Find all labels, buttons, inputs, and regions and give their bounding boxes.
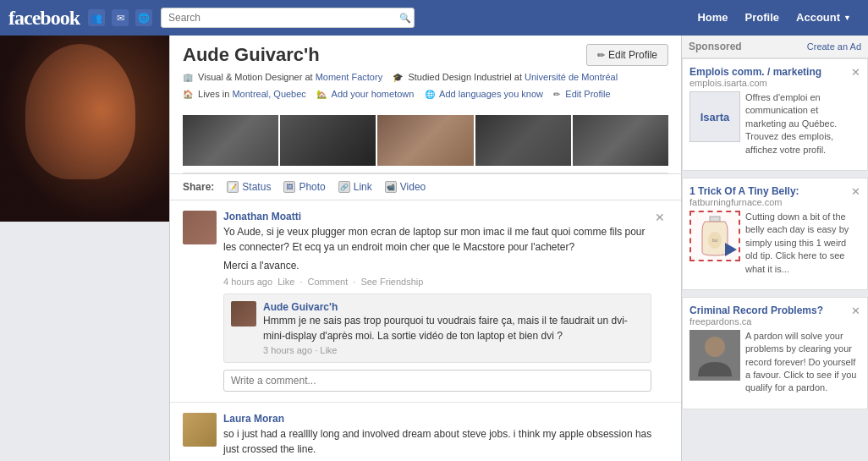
photo-thumb-5[interactable] [573, 115, 668, 166]
post-item: Jonathan Moatti Yo Aude, si je veux plug… [170, 200, 681, 403]
video-share-button[interactable]: 📹 Video [385, 181, 426, 193]
company-link[interactable]: Moment Factory [316, 72, 382, 82]
ad-isarta: ✕ Emplois comm. / marketing emplois.isar… [689, 66, 860, 163]
close-post-button[interactable]: ✕ [651, 211, 668, 224]
post-text-2: so i just had a realllly long and involv… [223, 426, 668, 457]
video-icon: 📹 [385, 181, 397, 193]
post-content: Jonathan Moatti Yo Aude, si je veux plug… [223, 211, 668, 392]
edit-profile-link[interactable]: Edit Profile [565, 89, 610, 99]
like-link[interactable]: Like [277, 277, 294, 287]
university-link[interactable]: Université de Montréal [525, 72, 618, 82]
globe-icon[interactable]: 🌐 [135, 9, 152, 26]
link-share-button[interactable]: 🔗 Link [338, 181, 372, 193]
ad-body-belly: fat Cutting down a bit of the belly each… [689, 211, 860, 276]
search-button[interactable]: 🔍 [399, 13, 411, 24]
info-work-text: Visual & Motion Designer at [198, 72, 313, 82]
sponsored-label: Sponsored [689, 41, 742, 52]
post-avatar[interactable] [183, 211, 217, 244]
profile-header: Aude Guivarc'h ✏ Edit Profile 🏢 Visual &… [170, 36, 681, 174]
ad-body-criminal: A pardon will solve your problems by cle… [689, 330, 860, 395]
profile-link[interactable]: Profile [737, 0, 788, 36]
ad-text-isarta: Offres d'emploi en communication et mark… [745, 91, 860, 156]
edit-profile-button[interactable]: ✏ Edit Profile [586, 44, 668, 66]
top-navigation: facebook 👥 ✉ 🌐 🔍 Home Profile Account ▼ [0, 0, 868, 36]
photo-share-button[interactable]: 🖼 Photo [283, 181, 325, 193]
reply-block: Aude Guivarc'h Hmmm je ne sais pas trop … [223, 294, 651, 363]
criminal-image [689, 330, 740, 381]
create-ad-link[interactable]: Create an Ad [807, 41, 861, 52]
status-share-button[interactable]: 📝 Status [227, 181, 271, 193]
reply-meta: 3 hours ago · Like [263, 345, 644, 355]
link-icon: 🔗 [338, 181, 350, 193]
ad-url-isarta: emplois.isarta.com [689, 78, 860, 88]
comment-link[interactable]: Comment [308, 277, 349, 287]
caret-icon: ▼ [843, 0, 851, 36]
ad-body-isarta: Isarta Offres d'emploi en communication … [689, 91, 860, 156]
post-author-2[interactable]: Laura Moran [223, 413, 284, 425]
isarta-logo-img: Isarta [689, 91, 740, 142]
add-hometown-link[interactable]: Add your hometown [332, 89, 415, 99]
post-avatar-2[interactable] [183, 413, 217, 447]
svg-rect-0 [710, 217, 720, 222]
friends-icon[interactable]: 👥 [88, 9, 105, 26]
sponsored-bar: Sponsored Create an Ad [682, 36, 868, 58]
ad-title-isarta[interactable]: Emplois comm. / marketing [689, 66, 860, 78]
reply-author[interactable]: Aude Guivarc'h [263, 301, 338, 313]
post-item-2: Laura Moran so i just had a realllly lon… [170, 403, 681, 461]
messages-icon[interactable]: ✉ [112, 9, 129, 26]
person-svg [689, 330, 740, 381]
comment-input-row [223, 370, 651, 392]
info-icon-study: 🎓 [393, 73, 403, 82]
post-subtext: Merci a l'avance. [223, 258, 651, 273]
share-label: Share: [183, 181, 214, 193]
reply-like-link[interactable]: Like [320, 345, 337, 355]
ad-url-criminal: freepardons.ca [689, 316, 860, 327]
add-languages-link[interactable]: Add languages you know [439, 89, 543, 99]
left-sidebar [0, 36, 169, 461]
photo-thumb-4[interactable] [475, 115, 571, 166]
info-icon-home: 🏠 [183, 90, 193, 99]
photo-thumb-1[interactable] [183, 115, 278, 166]
reply-content: Aude Guivarc'h Hmmm je ne sais pas trop … [263, 301, 644, 355]
ad-title-criminal[interactable]: Criminal Record Problems? [689, 305, 860, 316]
photo-thumb-3[interactable] [377, 115, 473, 166]
ad-url-belly: fatburningfurnace.com [689, 197, 860, 207]
ad-title-belly[interactable]: 1 Trick Of A Tiny Belly: [689, 185, 860, 197]
profile-picture [0, 36, 169, 222]
play-icon [725, 243, 737, 256]
photo-thumb-2[interactable] [280, 115, 376, 166]
status-icon: 📝 [227, 181, 239, 193]
ad-item-belly: ✕ 1 Trick Of A Tiny Belly: fatburningfur… [682, 178, 868, 290]
feed: Jonathan Moatti Yo Aude, si je veux plug… [170, 200, 681, 461]
svg-point-4 [705, 337, 725, 357]
ad-close-criminal[interactable]: ✕ [851, 305, 860, 317]
ad-text-belly: Cutting down a bit of the belly each day… [745, 211, 860, 276]
city-link[interactable]: Montreal, Quebec [232, 89, 305, 99]
search-input[interactable] [161, 8, 415, 28]
reply-text: Hmmm je ne sais pas trop pourquoi tu vou… [263, 313, 644, 343]
nav-icons: 👥 ✉ 🌐 [88, 9, 152, 26]
photo-icon: 🖼 [283, 181, 295, 193]
studied-text: Studied Design Industriel at [408, 72, 522, 82]
info-icon-edit: ✏ [553, 90, 560, 99]
reply-avatar [231, 301, 256, 327]
facebook-logo: facebook [8, 7, 80, 30]
svg-text:fat: fat [712, 238, 718, 243]
home-link[interactable]: Home [689, 0, 736, 36]
photo-strip [183, 108, 668, 173]
ad-close-isarta[interactable]: ✕ [851, 66, 860, 79]
ad-criminal: ✕ Criminal Record Problems? freepardons.… [689, 305, 860, 402]
ad-item-criminal: ✕ Criminal Record Problems? freepardons.… [682, 297, 868, 409]
comment-input[interactable] [223, 370, 651, 392]
ad-close-belly[interactable]: ✕ [851, 185, 860, 198]
post-content-2: Laura Moran so i just had a realllly lon… [223, 413, 668, 460]
post-text: Yo Aude, si je veux plugger mon ecran de… [223, 224, 651, 255]
account-button[interactable]: Account ▼ [788, 0, 860, 36]
see-friendship-link[interactable]: See Friendship [360, 277, 423, 287]
post-author[interactable]: Jonathan Moatti [223, 211, 301, 222]
ad-text-criminal: A pardon will solve your problems by cle… [745, 330, 860, 395]
profile-info: 🏢 Visual & Motion Designer at Moment Fac… [183, 69, 668, 103]
ad-item-isarta: ✕ Emplois comm. / marketing emplois.isar… [682, 58, 868, 171]
right-sidebar: Sponsored Create an Ad ✕ Emplois comm. /… [682, 36, 868, 461]
isarta-logo-text: Isarta [700, 111, 730, 123]
